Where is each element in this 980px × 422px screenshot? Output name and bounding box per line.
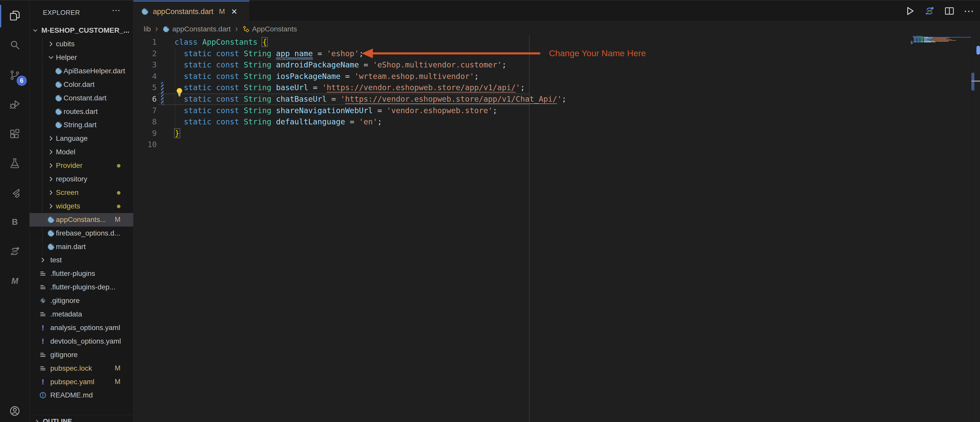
tree-item-apibasehelper-dart[interactable]: ApiBaseHelper.dart [30,64,133,78]
tree-item--flutter-plugins-dep-[interactable]: .flutter-plugins-dep... [30,280,133,294]
code-line-4[interactable]: static const String iosPackageName = 'wr… [175,71,479,82]
tree-item-screen[interactable]: Screen [30,186,133,200]
code-line-3[interactable]: static const String androidPackageName =… [175,59,506,71]
outline-section[interactable]: OUTLINE [30,415,133,422]
code-line-9[interactable]: } [175,128,180,139]
annotation-text: Change Your Name Here [549,48,646,58]
tree-item-model[interactable]: Model [30,145,133,159]
tree-item--metadata[interactable]: .metadata [30,308,133,321]
list-file-icon [39,283,47,291]
tree-item-pubspec-lock[interactable]: pubspec.lockM [30,362,133,375]
activity-item-search[interactable] [0,32,29,59]
activity-item-run-debug[interactable] [0,92,29,118]
tree-item-label: devtools_options.yaml [50,337,121,345]
activity-item-bloc-b[interactable]: B [0,209,29,236]
activity-item-extensions[interactable] [0,121,29,148]
activity-item-testing[interactable] [0,150,29,177]
line-number[interactable]: 5 [134,82,157,93]
tree-item-label: ApiBaseHelper.dart [64,67,125,75]
explorer-more-actions-icon[interactable]: ⋯ [112,5,121,15]
minimap-word-highlight [924,37,928,38]
line-number[interactable]: 8 [134,116,157,128]
tree-item-label: Language [56,134,88,142]
breadcrumb-item-lib[interactable]: lib [144,25,151,33]
yaml-file-icon: ! [39,337,47,345]
line-number[interactable]: 7 [134,105,157,117]
tree-item-firebase-options-d-[interactable]: firebase_options.d... [30,227,133,240]
tree-item-widgets[interactable]: widgets [30,200,133,213]
activity-item-source-control[interactable]: 6 [0,62,29,89]
tree-item-pubspec-yaml[interactable]: !pubspec.yamlM [30,375,133,389]
tree-item-label: String.dart [64,121,97,129]
more-actions-icon[interactable]: ⋯ [964,5,975,17]
diff-tool-icon: diff [9,246,21,258]
line-number[interactable]: 2 [134,48,157,59]
tree-item-readme-md[interactable]: README.md [30,388,133,402]
tree-item-gitignore[interactable]: gitignore [30,348,133,362]
tree-item-repository[interactable]: repository [30,173,133,186]
activity-item-flutter[interactable] [0,181,29,207]
code-line-7[interactable]: static const String shareNavigationWebUr… [175,105,497,117]
code-line-8[interactable]: static const String defaultLanguage = 'e… [175,116,382,128]
line-number[interactable]: 10 [134,139,157,150]
git-modified-m-badge: M [115,364,121,372]
tree-item-label: gitignore [50,351,78,359]
tree-item-color-dart[interactable]: Color.dart [30,78,133,91]
breadcrumb-item-appconstants[interactable]: AppConstants [242,25,297,33]
tab-close-icon[interactable]: ✕ [231,7,237,16]
activity-item-explorer[interactable] [0,3,29,29]
activity-item-m-tool[interactable]: M [0,268,29,295]
breadcrumb-item-appconstants-dart[interactable]: appConstants.dart [162,25,231,33]
tree-item-devtools-options-yaml[interactable]: !devtools_options.yaml [30,335,133,348]
tree-item-helper[interactable]: Helper [30,51,133,64]
tree-item-test[interactable]: test [30,253,133,267]
run-icon[interactable] [904,5,915,17]
chevron-right-icon [47,175,55,183]
git-modified-dot-badge [117,191,121,195]
svg-text:diff: diff [927,9,932,13]
tree-item-label: .flutter-plugins [50,270,95,278]
minimap[interactable] [913,36,971,46]
breadcrumb-separator-icon [154,26,159,32]
breadcrumb-label: appConstants.dart [172,25,231,33]
dart-file-icon [47,243,55,251]
tree-item--gitignore[interactable]: .gitignore [30,294,133,308]
scm-changes-badge: 6 [17,76,27,86]
dart-icon [162,26,170,33]
tree-item-appconstants-[interactable]: appConstants...M [30,213,133,227]
chevron-right-icon [34,418,40,422]
split-editor-icon[interactable] [944,5,955,17]
line-number[interactable]: 9 [134,128,157,139]
tree-item-cubits[interactable]: cubits [30,37,133,51]
git-modified-m-badge: M [115,378,121,386]
code-line-5[interactable]: static const String baseUrl = 'https://v… [175,82,525,93]
line-number[interactable]: 4 [134,71,157,82]
tree-item-label: Screen [56,189,79,197]
tree-item-analysis-options-yaml[interactable]: !analysis_options.yaml [30,321,133,335]
tree-item--flutter-plugins[interactable]: .flutter-plugins [30,267,133,280]
tree-item-provider[interactable]: Provider [30,159,133,173]
dart-file-icon [55,121,62,129]
code-line-6[interactable]: static const String chatBaseUrl = 'https… [175,93,566,105]
list-file-icon [39,270,47,277]
code-line-1[interactable]: class AppConstants { [175,37,267,48]
tree-item-routes-dart[interactable]: routes.dart [30,105,133,118]
workspace-section-header[interactable]: M-ESHOP_CUSTOMER_... [30,24,133,37]
minimap-line [913,42,935,42]
activity-item-diff-tool[interactable]: diff [0,238,29,265]
tree-item-constant-dart[interactable]: Constant.dart [30,91,133,105]
tab-label: appConstants.dart [153,7,213,16]
tree-item-label: test [50,256,62,264]
tree-item-string-dart[interactable]: String.dart [30,118,133,132]
tab-appconstants[interactable]: appConstants.dart M ✕ [134,0,249,21]
chevron-right-icon [47,40,55,48]
code-editor[interactable]: Change Your Name Here 1class AppConstant… [134,35,980,422]
tree-item-main-dart[interactable]: main.dart [30,240,133,254]
activity-item-account[interactable] [0,398,29,422]
code-line-2[interactable]: static const String app_name = 'eshop'; [175,48,364,59]
line-number[interactable]: 1 [134,37,157,48]
line-number[interactable]: 6 [134,93,157,105]
line-number[interactable]: 3 [134,59,157,71]
diff-tool-icon[interactable]: diff [924,5,935,17]
tree-item-language[interactable]: Language [30,132,133,145]
